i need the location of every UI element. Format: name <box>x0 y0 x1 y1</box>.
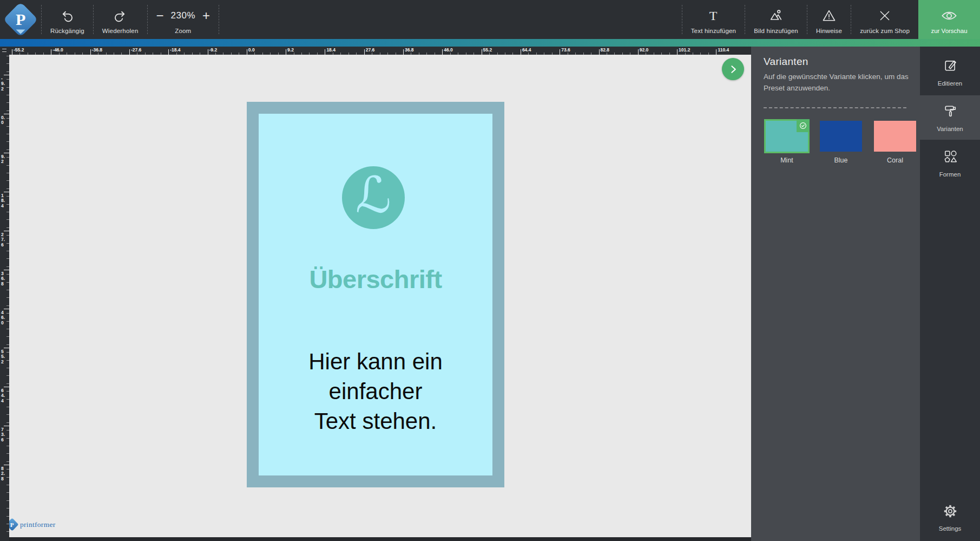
ruler-tick <box>560 49 560 55</box>
undo-icon <box>59 6 75 25</box>
variant-swatch[interactable] <box>820 121 862 152</box>
ruler-label: 55.2 <box>483 47 492 53</box>
panel-subtitle: Auf die gewünschte Variante klicken, um … <box>764 71 914 94</box>
ruler-label: 46.0 <box>1 310 6 325</box>
design-card-background[interactable]: ℒ Überschrift Hier kann eineinfacherText… <box>259 114 492 475</box>
footer-brand: P printformer <box>8 520 56 529</box>
toolbar-right-group: T Text hinzufügen Bild hinzufügen Hinwei… <box>682 0 918 39</box>
card-body-text[interactable]: Hier kann eineinfacherText stehen. <box>259 347 492 436</box>
redo-button[interactable]: Wiederholen <box>94 0 147 39</box>
tab-label: Varianten <box>937 126 963 132</box>
printformer-logo-icon: P <box>3 2 38 37</box>
ruler-tick <box>364 49 365 55</box>
ruler-tick <box>325 49 325 55</box>
add-text-label: Text hinzufügen <box>691 28 736 34</box>
ruler-tick <box>677 49 678 55</box>
selected-check-icon <box>797 119 810 132</box>
app-logo-button[interactable]: P <box>0 0 41 39</box>
add-image-label: Bild hinzufügen <box>754 28 798 34</box>
close-icon <box>878 6 892 25</box>
settings-button[interactable]: Settings <box>920 498 980 537</box>
add-image-button[interactable]: Bild hinzufügen <box>745 0 807 39</box>
logo-letter: P <box>16 10 25 28</box>
ruler-tick <box>4 348 9 348</box>
ruler-label: 64.4 <box>1 388 6 403</box>
edit-icon <box>943 58 958 75</box>
redo-label: Wiederholen <box>102 28 139 34</box>
zoom-value: 230% <box>171 10 195 21</box>
zoom-in-button[interactable]: + <box>202 9 210 22</box>
ruler-tick <box>4 465 9 465</box>
ruler-label: -9.2 <box>1 76 6 92</box>
undo-button[interactable]: Rückgängig <box>42 0 93 39</box>
ruler-label: 18.4 <box>326 47 336 53</box>
ruler-tick <box>521 49 521 55</box>
card-body-line: Text stehen. <box>259 406 492 436</box>
ruler-tick <box>247 49 247 55</box>
ruler-tick <box>4 75 9 75</box>
ruler-tick <box>4 309 9 309</box>
ruler-label: 0.0 <box>1 115 6 126</box>
brand-text: printformer <box>20 520 56 529</box>
ruler-label: -27.6 <box>131 47 141 53</box>
add-text-button[interactable]: T Text hinzufügen <box>682 0 745 39</box>
ruler-tick <box>4 153 9 153</box>
accent-gradient-bar <box>0 39 980 47</box>
canvas-bottom-edge <box>0 537 751 541</box>
ruler-tick <box>168 49 169 55</box>
variant-coral[interactable]: Coral <box>868 121 922 164</box>
divider <box>219 5 219 34</box>
ruler-label: -9.2 <box>209 47 218 53</box>
variants-panel: Varianten Auf die gewünschte Variante kl… <box>751 46 920 541</box>
ruler-tick <box>4 426 9 426</box>
redo-icon <box>112 6 128 25</box>
variant-blue[interactable]: Blue <box>814 121 868 164</box>
svg-text:T: T <box>709 9 718 23</box>
tab-label: Formen <box>939 171 961 178</box>
dashed-divider <box>764 107 906 108</box>
card-body-line: Hier kann ein <box>259 347 492 376</box>
hints-label: Hinweise <box>816 28 842 34</box>
ruler-label: 82.8 <box>601 47 610 53</box>
variant-mint[interactable]: Mint <box>760 121 814 164</box>
ruler-tick <box>286 49 286 55</box>
ruler-label: 0.0 <box>248 47 255 53</box>
sidebar-rail: Editieren Varianten Formen <box>920 46 980 541</box>
ruler-label: 64.4 <box>522 47 531 53</box>
variant-label: Coral <box>887 157 903 164</box>
ruler-tick <box>442 49 443 55</box>
variant-swatch[interactable] <box>874 121 916 152</box>
ruler-label: -55.2 <box>14 47 24 53</box>
panel-collapse-button[interactable] <box>722 58 744 80</box>
ruler-tick <box>4 231 9 231</box>
zoom-label: Zoom <box>175 28 191 34</box>
variant-swatch[interactable] <box>766 121 808 152</box>
ruler-label: 73.6 <box>1 427 6 442</box>
variant-label: Blue <box>834 157 847 164</box>
ruler-tick <box>12 49 12 55</box>
back-to-shop-label: zurück zum Shop <box>860 28 910 34</box>
tab-editieren[interactable]: Editieren <box>920 50 980 94</box>
card-heading-text[interactable]: Überschrift <box>259 264 492 294</box>
ruler-label: -18.4 <box>170 47 180 53</box>
ruler-tick <box>4 387 9 387</box>
card-logo-circle[interactable]: ℒ <box>342 166 405 229</box>
design-page[interactable]: ℒ Überschrift Hier kann eineinfacherText… <box>247 102 504 487</box>
ruler-label: 36.8 <box>1 271 6 286</box>
variant-label: Mint <box>780 157 793 164</box>
shapes-icon <box>943 149 958 166</box>
top-toolbar: P Rückgängig Wiederholen − <box>0 0 980 39</box>
tab-label: Editieren <box>938 80 962 87</box>
zoom-control: − 230% + Zoom <box>148 0 219 39</box>
preview-button[interactable]: zur Vorschau <box>918 0 980 39</box>
zoom-out-button[interactable]: − <box>156 9 164 22</box>
tab-formen[interactable]: Formen <box>920 141 980 185</box>
ruler-label: 110.4 <box>718 47 729 53</box>
paint-roller-icon <box>943 103 958 121</box>
back-to-shop-button[interactable]: zurück zum Shop <box>851 0 918 39</box>
vertical-ruler: -9.20.09.218.427.636.846.055.264.473.682… <box>0 55 9 541</box>
tab-varianten[interactable]: Varianten <box>920 95 980 140</box>
ruler-tick <box>599 49 600 55</box>
ruler-label: 9.2 <box>1 154 6 165</box>
hints-button[interactable]: Hinweise <box>807 0 851 39</box>
